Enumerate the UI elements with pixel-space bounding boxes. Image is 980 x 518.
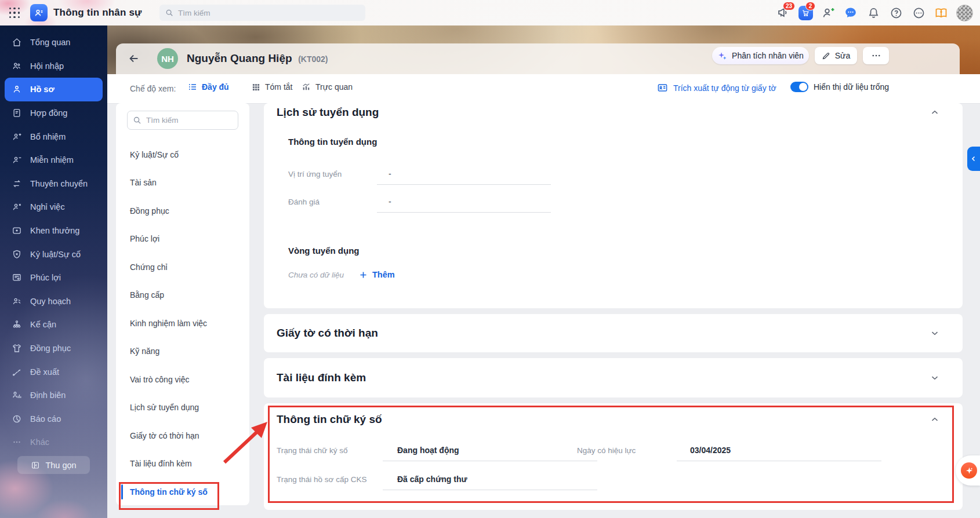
sidebar-item-dong-phuc[interactable]: Đồng phục <box>0 337 107 360</box>
field-value[interactable]: - <box>389 169 391 178</box>
sidebar-item-label: Đồng phục <box>30 344 71 353</box>
chart-view-icon <box>302 82 311 92</box>
chevron-up-icon[interactable] <box>930 107 940 118</box>
view-mode-full[interactable]: Đầy đủ <box>188 82 229 92</box>
section-attachments: Tài liệu đính kèm <box>264 358 963 397</box>
field-label: Ngày có hiệu lực <box>577 446 636 455</box>
user-avatar[interactable] <box>956 5 973 21</box>
document-icon <box>12 108 22 118</box>
sidebar-item-ke-can[interactable]: Kế cận <box>0 313 107 337</box>
award-icon <box>12 225 22 236</box>
help-icon[interactable] <box>888 5 903 20</box>
chat-icon[interactable] <box>843 5 858 20</box>
sidebar-item-bo-nhiem[interactable]: Bổ nhiệm <box>0 125 107 148</box>
add-round-button[interactable]: Thêm <box>359 270 395 279</box>
benefit-icon <box>12 272 22 283</box>
sidebar-item-tong-quan[interactable]: Tổng quan <box>0 31 107 54</box>
sidebar-item-quy-hoach[interactable]: Quy hoạch <box>0 290 107 313</box>
view-mode-visual[interactable]: Trực quan <box>302 82 353 92</box>
chevron-down-icon[interactable] <box>930 373 940 383</box>
sidebar-item-nghi-viec[interactable]: Nghỉ việc <box>0 195 107 219</box>
profile-nav-item[interactable]: Kỹ năng <box>130 346 159 356</box>
field-label: Trạng thái chữ ký số <box>277 446 348 455</box>
grid-menu-icon[interactable] <box>9 8 20 19</box>
handbook-icon[interactable] <box>934 5 949 20</box>
sidebar-item-label: Hồ sơ <box>30 85 55 94</box>
profile-nav-item[interactable]: Giấy tờ có thời hạn <box>130 431 199 440</box>
sidebar-item-thuyen-chuyen[interactable]: Thuyên chuyển <box>0 172 107 196</box>
employee-avatar: NH <box>157 48 178 69</box>
edit-button[interactable]: Sửa <box>815 47 857 64</box>
assistant-sparkle-button[interactable] <box>961 462 977 479</box>
profile-nav-item[interactable]: Kinh nghiệm làm việc <box>130 319 207 328</box>
sidebar-item-hoi-nhap[interactable]: Hội nhập <box>0 54 107 78</box>
chevron-up-icon[interactable] <box>930 414 940 425</box>
app-logo-icon[interactable] <box>30 4 48 21</box>
analyze-employee-button[interactable]: Phân tích nhân viên <box>712 47 809 64</box>
sidebar-item-ky-luat[interactable]: Kỷ luật/Sự cố <box>0 242 107 266</box>
field-value[interactable]: - <box>389 197 391 206</box>
id-card-icon <box>657 82 668 93</box>
proposal-icon <box>12 367 22 377</box>
show-empty-toggle[interactable] <box>790 82 808 92</box>
back-button[interactable] <box>126 50 142 67</box>
profile-nav-item[interactable]: Vai trò công việc <box>130 375 189 384</box>
collapse-sidebar-button[interactable]: Thu gọn <box>17 456 90 474</box>
field-label: Đánh giá <box>288 198 320 206</box>
sidebar-item-hop-dong[interactable]: Hợp đồng <box>0 101 107 125</box>
chevron-down-icon[interactable] <box>930 328 940 338</box>
sidebar-item-label: Tổng quan <box>30 38 70 47</box>
sidebar-item-label: Thuyên chuyển <box>30 179 88 188</box>
topbar: Thông tin nhân sự Tìm kiếm 23 2 <box>0 0 980 25</box>
empty-data-text: Chưa có dữ liệu <box>288 271 344 279</box>
megaphone-icon[interactable]: 23 <box>775 5 790 20</box>
sidebar-item-khac[interactable]: Khác <box>0 431 107 454</box>
employee-code: (KT002) <box>298 54 328 64</box>
sidebar-item-khen-thuong[interactable]: Khen thưởng <box>0 219 107 243</box>
sidebar: Tổng quan Hội nhập Hồ sơ Hợp đồng Bổ nhi… <box>0 25 107 518</box>
collapse-panel-tab[interactable] <box>967 147 980 171</box>
field-value[interactable]: 03/04/2025 <box>690 446 731 455</box>
sidebar-item-ho-so[interactable]: Hồ sơ <box>5 78 103 101</box>
search-icon <box>133 116 141 125</box>
field-value[interactable]: Đã cấp chứng thư <box>397 475 467 484</box>
profile-nav-item-active[interactable]: Thông tin chữ ký số <box>130 487 208 497</box>
profile-nav-item[interactable]: Lịch sử tuyển dụng <box>130 403 199 412</box>
profile-nav-item[interactable]: Bằng cấp <box>130 290 164 300</box>
sidebar-item-label: Định biên <box>30 391 66 400</box>
view-mode-summary[interactable]: Tóm tắt <box>252 82 292 92</box>
more-circle-icon[interactable] <box>911 5 926 20</box>
sidebar-item-label: Hội nhập <box>30 61 64 71</box>
sidebar-item-phuc-loi[interactable]: Phúc lợi <box>0 266 107 290</box>
add-user-icon[interactable] <box>821 5 836 20</box>
main-area: NH Nguyễn Quang Hiệp (KT002) Phân tích n… <box>107 25 980 518</box>
report-icon <box>12 414 22 424</box>
person-minus-icon <box>12 155 22 165</box>
sidebar-item-de-xuat[interactable]: Đề xuất <box>0 360 107 384</box>
more-icon <box>12 437 22 447</box>
profile-nav-item[interactable]: Kỷ luật/Sự cố <box>130 150 179 159</box>
profile-nav-item[interactable]: Tài liệu đính kèm <box>130 459 192 468</box>
person-icon <box>12 84 22 94</box>
auto-extract-link[interactable]: Trích xuất tự động từ giấy tờ <box>657 82 776 93</box>
org-chart-icon <box>12 319 22 330</box>
profile-nav-item[interactable]: Chứng chỉ <box>130 262 168 272</box>
profile-nav-item[interactable]: Phúc lợi <box>130 234 159 243</box>
sidebar-item-bao-cao[interactable]: Báo cáo <box>0 407 107 431</box>
store-cart-icon[interactable]: 2 <box>798 5 813 20</box>
home-icon <box>12 37 22 48</box>
sidebar-item-dinh-bien[interactable]: Định biên <box>0 384 107 407</box>
more-actions-button[interactable] <box>863 47 889 64</box>
field-underline <box>677 461 881 461</box>
bell-icon[interactable] <box>866 5 881 20</box>
search-icon <box>165 9 173 17</box>
section-documents: Giấy tờ có thời hạn <box>264 314 963 352</box>
megaphone-badge: 23 <box>783 2 795 10</box>
sidebar-item-mien-nhiem[interactable]: Miễn nhiệm <box>0 148 107 172</box>
profile-nav-item[interactable]: Đồng phục <box>130 206 169 216</box>
field-value[interactable]: Đang hoạt động <box>397 446 459 455</box>
global-search-input[interactable]: Tìm kiếm <box>159 5 365 21</box>
profile-search-input[interactable]: Tìm kiếm <box>127 111 238 130</box>
sidebar-item-label: Kỷ luật/Sự cố <box>30 250 81 259</box>
profile-nav-item[interactable]: Tài sản <box>130 178 157 187</box>
